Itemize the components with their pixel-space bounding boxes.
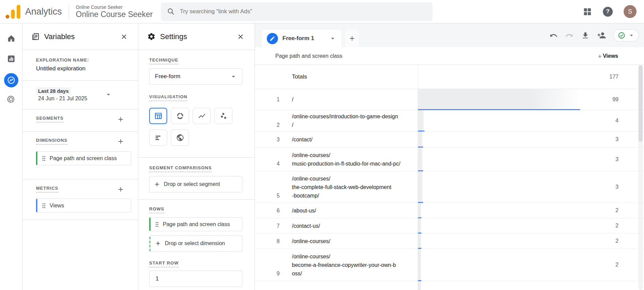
row-metric: 3: [418, 171, 644, 203]
visualisation-options: [149, 108, 242, 146]
drag-handle-icon[interactable]: [155, 221, 159, 227]
vis-scatter-button[interactable]: [214, 108, 232, 124]
date-range-selector[interactable]: Last 28 days 24 Jun - 21 Jul 2025: [36, 87, 124, 102]
help-icon[interactable]: ?: [603, 7, 613, 17]
exploration-name-value[interactable]: Untitled exploration: [36, 65, 124, 72]
exploration-name-section: EXPLORATION NAME: Untitled exploration: [22, 50, 138, 81]
table-row[interactable]: 3 /contact/ 3: [255, 132, 644, 148]
segments-label: SEGMENTS: [36, 116, 64, 122]
table-row[interactable]: 4 /online-courses/music-production-in-fl…: [255, 148, 644, 171]
totals-row: Totals 177: [255, 65, 644, 89]
add-tab-button[interactable]: [345, 30, 359, 47]
row-path: /online-courses/music-production-in-fl-s…: [292, 151, 400, 168]
row-metric: 2: [418, 249, 644, 281]
account-switcher[interactable]: Online Course Seeker Online Course Seeke…: [76, 4, 153, 19]
row-index: 9: [255, 269, 292, 278]
vis-donut-button[interactable]: [171, 108, 189, 124]
views-bar: [418, 171, 423, 203]
close-variables-icon[interactable]: [120, 33, 128, 40]
search-icon: [167, 7, 175, 16]
search-input[interactable]: [179, 8, 427, 15]
drag-handle-icon[interactable]: [41, 203, 46, 209]
vertical-scrollbar[interactable]: [638, 65, 643, 290]
totals-value: 177: [609, 74, 619, 80]
add-metric-icon[interactable]: [117, 186, 124, 193]
metric-chip-label: Views: [50, 202, 64, 209]
vis-geo-button[interactable]: [171, 130, 189, 146]
start-row-input[interactable]: [155, 275, 237, 282]
nav-reports-icon[interactable]: [7, 54, 16, 65]
close-settings-icon[interactable]: [237, 33, 244, 40]
row-path: /online-courses/the-complete-full-stack-…: [292, 174, 391, 200]
nav-advertising-icon[interactable]: [6, 95, 16, 106]
chevron-down-icon: [230, 73, 237, 80]
technique-select[interactable]: Free-form: [149, 68, 242, 85]
row-path: /online-courses/: [292, 237, 330, 245]
saved-status-button[interactable]: [613, 29, 639, 41]
table-row[interactable]: 9 /online-courses/become-a-freelance-cop…: [255, 249, 644, 281]
dimensions-label: DIMENSIONS: [36, 138, 67, 144]
sort-descending-icon: [597, 54, 602, 58]
dimension-column-header: Page path and screen class: [255, 53, 418, 59]
segment-comparisons-label: SEGMENT COMPARISONS: [149, 165, 212, 172]
table-row[interactable]: /online-courses/: [255, 281, 644, 290]
row-index: 8: [255, 237, 292, 245]
views-value: 2: [615, 238, 619, 244]
nav-explore-icon-selected[interactable]: [4, 73, 18, 87]
undo-icon[interactable]: [549, 31, 558, 40]
metric-column-header[interactable]: Views: [418, 53, 644, 59]
check-circle-icon: [618, 32, 625, 39]
totals-metric: 177: [418, 65, 644, 89]
grid-apps-icon[interactable]: [583, 7, 592, 16]
totals-label: Totals: [255, 73, 418, 80]
table-row[interactable]: 1 / 99: [255, 89, 644, 110]
views-value: 99: [612, 97, 619, 103]
row-index: 7: [255, 222, 292, 230]
technique-label: TECHNIQUE: [149, 57, 178, 64]
avatar[interactable]: S: [624, 5, 637, 18]
metric-chip[interactable]: Views: [36, 199, 131, 212]
add-segment-icon[interactable]: [117, 116, 124, 123]
row-path: /about-us/: [292, 206, 316, 215]
table-row[interactable]: 8 /online-courses/ 2: [255, 234, 644, 249]
nav-home-icon[interactable]: [7, 34, 16, 44]
search-bar[interactable]: [161, 2, 433, 21]
segments-section: SEGMENTS: [22, 109, 138, 132]
vis-table-button[interactable]: [149, 108, 167, 124]
date-range-section: Last 28 days 24 Jun - 21 Jul 2025: [22, 81, 138, 109]
drag-handle-icon[interactable]: [41, 155, 46, 161]
dimension-drop-zone[interactable]: Drop or select dimension: [149, 235, 242, 252]
scrollbar-thumb[interactable]: [639, 65, 643, 142]
vis-line-button[interactable]: [193, 108, 211, 124]
row-path: /online-courses/: [292, 288, 330, 290]
metrics-section: METRICS Views: [22, 180, 138, 220]
share-person-add-icon[interactable]: [597, 31, 606, 40]
table-row[interactable]: 5 /online-courses/the-complete-full-stac…: [255, 171, 644, 203]
variables-title: Variables: [44, 32, 120, 41]
views-bar: [418, 132, 423, 148]
table-row[interactable]: 7 /contact-us/ 2: [255, 218, 644, 234]
views-bar: [418, 89, 580, 110]
chevron-down-icon[interactable]: [329, 35, 336, 42]
views-value: 3: [615, 184, 619, 190]
rows-chip-label: Page path and screen class: [163, 220, 230, 228]
rows-dimension-chip[interactable]: Page path and screen class: [149, 217, 242, 231]
start-row-field: [149, 271, 242, 287]
table-row[interactable]: 2 /online-courses/introduction-to-game-d…: [255, 110, 644, 132]
row-index: 3: [255, 135, 292, 144]
vis-bar-button[interactable]: [149, 130, 167, 146]
redo-icon[interactable]: [565, 31, 574, 40]
table-row[interactable]: 6 /about-us/ 2: [255, 203, 644, 218]
add-dimension-icon[interactable]: [117, 138, 124, 145]
exploration-name-label: EXPLORATION NAME:: [36, 57, 124, 63]
section-divider: [138, 199, 255, 200]
segment-drop-zone[interactable]: Drop or select segment: [149, 176, 242, 192]
dimension-chip-label: Page path and screen class: [50, 154, 117, 162]
rows-label: ROWS: [149, 206, 164, 213]
freeform-table: Page path and screen class Views Totals …: [255, 47, 644, 290]
tab-free-form-1[interactable]: Free-form 1: [262, 30, 341, 47]
dimension-chip[interactable]: Page path and screen class: [36, 151, 131, 165]
variables-header: Variables: [22, 23, 138, 50]
download-icon[interactable]: [581, 31, 590, 40]
date-range-preset: Last 28 days: [36, 87, 71, 95]
